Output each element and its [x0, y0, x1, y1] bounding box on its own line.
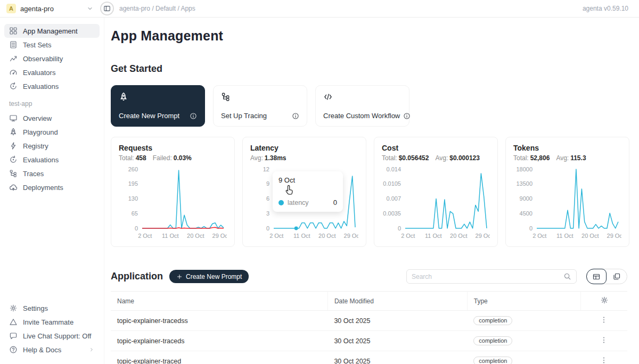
rocket-icon: [9, 128, 18, 136]
sidebar-item-label: Test Sets: [23, 41, 51, 49]
row-menu-kebab-icon[interactable]: [600, 356, 608, 364]
column-header-type[interactable]: Type: [467, 292, 580, 311]
get-started-card-create-custom-workflow[interactable]: Create Custom Workflow: [315, 85, 409, 127]
get-started-cards: Create New PromptSet Up TracingCreate Cu…: [111, 85, 627, 127]
svg-text:0: 0: [529, 225, 532, 231]
stat-card-title: Tokens: [513, 144, 621, 152]
svg-text:18000: 18000: [516, 166, 532, 172]
sidebar-toggle-button[interactable]: [100, 2, 114, 15]
svg-text:0: 0: [266, 225, 269, 231]
sidebar-item-evaluators[interactable]: Evaluators: [4, 65, 100, 79]
sidebar-project-label: test-app: [9, 100, 95, 107]
row-menu-kebab-icon[interactable]: [600, 336, 608, 344]
stat-card-tokens: TokensTotal:52,806Avg:115.31800013500900…: [505, 137, 629, 247]
series-dot: [278, 200, 284, 205]
card-view-button[interactable]: [607, 269, 627, 284]
search-icon[interactable]: [563, 272, 571, 280]
view-toggle: [586, 269, 627, 284]
sidebar-item-evaluations[interactable]: Evaluations: [4, 79, 100, 93]
info-icon[interactable]: [292, 112, 299, 120]
stat-value: 52,806: [530, 154, 550, 162]
tooltip-series-name: latency: [288, 199, 309, 206]
sidebar-item-label: Overview: [23, 114, 52, 122]
main-content: App Management Get Started Create New Pr…: [104, 18, 639, 364]
sidebar-item-observability[interactable]: Observability: [4, 52, 100, 65]
svg-text:0: 0: [398, 225, 401, 231]
info-icon[interactable]: [190, 112, 197, 120]
cell-name: topic-explainer-tracedss: [111, 311, 327, 331]
sidebar-item-label: Help & Docs: [23, 346, 61, 354]
hovered-point: [294, 227, 298, 230]
workspace-selector[interactable]: A agenta-pro: [0, 4, 100, 13]
get-started-card-label: Set Up Tracing: [221, 112, 267, 120]
table-row[interactable]: topic-explainer-traced30 Oct 2025complet…: [111, 351, 627, 364]
stat-value: $0.000123: [449, 154, 480, 162]
search-box: [406, 269, 577, 284]
breadcrumb[interactable]: agenta-pro / Default / Apps: [119, 5, 195, 12]
svg-text:0.0105: 0.0105: [383, 180, 401, 187]
svg-text:2 Oct: 2 Oct: [532, 233, 546, 239]
sidebar-item-label: Evaluators: [23, 69, 55, 77]
svg-text:20 Oct: 20 Oct: [581, 233, 599, 239]
triangle-icon: [9, 318, 18, 326]
cycle-icon: [9, 82, 18, 90]
info-icon[interactable]: [403, 112, 411, 120]
sidebar-footer-group: SettingsInvite TeammateLive Chat Support…: [4, 301, 100, 357]
stat-label: Total:: [513, 154, 529, 162]
table-view-button[interactable]: [586, 269, 607, 284]
sidebar-item-evaluations[interactable]: Evaluations: [4, 153, 100, 167]
cell-type: completion: [467, 331, 580, 351]
svg-text:20 Oct: 20 Oct: [187, 233, 204, 239]
sidebar-item-traces[interactable]: Traces: [4, 167, 100, 180]
series-cost: [405, 173, 487, 228]
get-started-card-label: Create New Prompt: [119, 112, 179, 120]
stat-label: Total:: [119, 154, 134, 162]
svg-text:0.007: 0.007: [386, 195, 401, 202]
column-header-name[interactable]: Name: [111, 292, 327, 311]
sidebar-item-app-management[interactable]: App Management: [4, 24, 100, 38]
sidebar-item-label: Evaluations: [23, 82, 59, 90]
stat-card-stats: Total:$0.056452Avg:$0.000123: [382, 154, 490, 162]
search-input[interactable]: [412, 273, 563, 280]
series-requests: [142, 170, 224, 228]
sidebar-item-registry[interactable]: Registry: [4, 139, 100, 153]
sidebar-item-playground[interactable]: Playground: [4, 125, 100, 139]
sidebar-item-deployments[interactable]: Deployments: [4, 180, 100, 194]
sidebar-item-invite-teammate[interactable]: Invite Teammate: [4, 315, 100, 329]
stat-card-requests: RequestsTotal:458Failed:0.03%26019513065…: [111, 137, 235, 247]
series-failed: [142, 227, 224, 228]
chartline-icon: [9, 54, 18, 63]
row-menu-kebab-icon[interactable]: [600, 316, 608, 324]
svg-text:11 Oct: 11 Oct: [425, 233, 442, 239]
application-header: Application Create New Prompt: [111, 269, 627, 284]
svg-text:29 Oct: 29 Oct: [476, 233, 490, 239]
stat-value: 115.3: [570, 154, 586, 162]
svg-text:2 Oct: 2 Oct: [269, 233, 283, 239]
get-started-card-create-new-prompt[interactable]: Create New Prompt: [111, 85, 205, 127]
trace-icon: [221, 92, 231, 102]
gear-icon: [9, 304, 18, 312]
sidebar: App ManagementTest SetsObservabilityEval…: [0, 18, 104, 364]
type-badge: completion: [473, 336, 512, 345]
stat-card-stats: Total:458Failed:0.03%: [119, 154, 227, 162]
column-header-date-modified[interactable]: Date Modified: [327, 292, 467, 311]
sidebar-item-live-chat-support-off[interactable]: Live Chat Support: Off: [4, 329, 100, 343]
create-new-prompt-button[interactable]: Create New Prompt: [169, 270, 249, 283]
stat-value: 0.03%: [174, 154, 192, 162]
svg-text:11 Oct: 11 Oct: [293, 233, 310, 239]
sidebar-item-overview[interactable]: Overview: [4, 111, 100, 125]
sidebar-item-label: Registry: [23, 142, 48, 150]
stat-label: Avg:: [250, 154, 263, 162]
sidebar-item-test-sets[interactable]: Test Sets: [4, 38, 100, 52]
table-row[interactable]: topic-explainer-tracedss30 Oct 2025compl…: [111, 311, 627, 331]
sidebar-project-group: OverviewPlaygroundRegistryEvaluationsTra…: [4, 111, 100, 194]
application-title: Application: [111, 271, 163, 282]
table-row[interactable]: topic-explainer-traceds30 Oct 2025comple…: [111, 331, 627, 351]
get-started-card-set-up-tracing[interactable]: Set Up Tracing: [213, 85, 307, 127]
gauge-icon: [9, 68, 18, 77]
table-settings-gear-icon[interactable]: [600, 296, 609, 304]
stat-card-title: Cost: [382, 144, 490, 152]
cell-type: completion: [467, 351, 580, 364]
sidebar-item-help-docs[interactable]: Help & Docs: [4, 343, 100, 357]
sidebar-item-settings[interactable]: Settings: [4, 301, 100, 315]
